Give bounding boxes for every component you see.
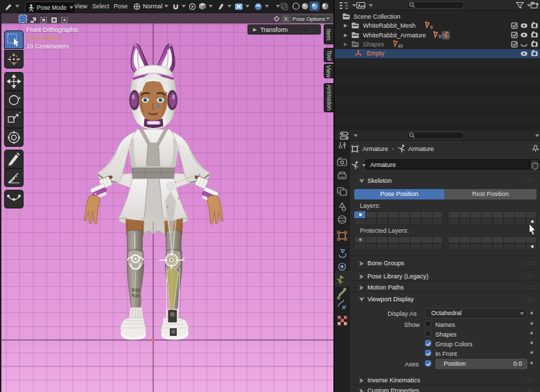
svg-text:x: x [177,196,180,200]
svg-text:y: y [166,204,168,208]
svg-text:x: x [198,172,200,177]
